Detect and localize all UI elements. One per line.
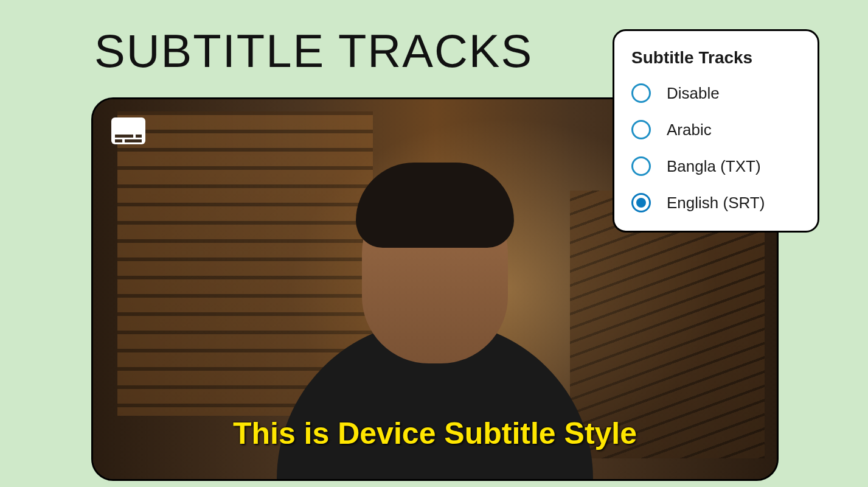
popup-title: Subtitle Tracks (631, 48, 800, 68)
option-arabic[interactable]: Arabic (631, 120, 800, 139)
option-label: Arabic (667, 121, 712, 139)
svg-rect-1 (115, 135, 133, 138)
svg-rect-3 (115, 139, 122, 142)
subtitle-icon[interactable] (111, 117, 145, 144)
option-label: English (SRT) (667, 194, 765, 212)
radio-icon (631, 193, 651, 212)
radio-icon (631, 156, 651, 176)
option-bangla-txt[interactable]: Bangla (TXT) (631, 156, 800, 176)
option-disable[interactable]: Disable (631, 83, 800, 103)
subtitle-overlay-text: This is Device Subtitle Style (93, 416, 777, 451)
svg-rect-4 (125, 139, 142, 142)
radio-icon (631, 120, 651, 139)
option-english-srt[interactable]: English (SRT) (631, 193, 800, 212)
svg-rect-2 (136, 135, 142, 138)
subtitle-tracks-popup: Subtitle Tracks Disable Arabic Bangla (T… (613, 29, 819, 233)
page-heading: SUBTITLE TRACKS (94, 24, 533, 77)
option-label: Disable (667, 84, 720, 103)
radio-icon (631, 83, 651, 103)
option-label: Bangla (TXT) (667, 157, 761, 176)
